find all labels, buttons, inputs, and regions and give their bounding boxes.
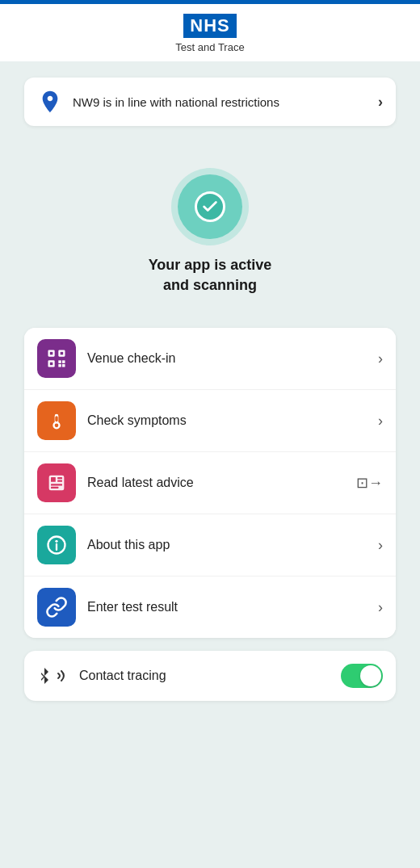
read-advice-label: Read latest advice xyxy=(87,476,356,490)
enter-test-result-label: Enter test result xyxy=(87,600,378,614)
news-icon xyxy=(45,472,68,494)
about-app-item[interactable]: About this app › xyxy=(24,514,396,577)
check-icon xyxy=(195,191,225,222)
contact-tracing-toggle[interactable] xyxy=(341,664,383,688)
qr-code-icon xyxy=(45,347,68,370)
venue-checkin-item[interactable]: Venue check-in › xyxy=(24,328,396,390)
svg-rect-14 xyxy=(57,477,62,479)
status-circle xyxy=(178,174,242,239)
svg-rect-3 xyxy=(61,352,64,355)
bluetooth-icon xyxy=(37,666,52,686)
svg-rect-5 xyxy=(50,363,53,366)
svg-rect-6 xyxy=(58,361,61,364)
check-symptoms-label: Check symptoms xyxy=(87,413,378,428)
nhs-subtitle: Test and Trace xyxy=(175,41,244,53)
svg-point-10 xyxy=(55,424,59,428)
svg-rect-8 xyxy=(58,364,61,367)
location-banner[interactable]: NW9 is in line with national restriction… xyxy=(24,78,396,126)
toggle-knob xyxy=(360,665,381,686)
contact-tracing-row[interactable]: Contact tracing xyxy=(24,651,396,701)
thermometer-icon xyxy=(45,409,68,432)
svg-rect-11 xyxy=(55,417,58,422)
external-link-icon: ⊡→ xyxy=(356,474,383,492)
read-advice-icon-box xyxy=(37,463,76,502)
bluetooth-icon-area xyxy=(37,666,68,686)
status-area: Your app is activeand scanning xyxy=(149,174,272,296)
about-app-label: About this app xyxy=(87,538,378,552)
contact-tracing-label: Contact tracing xyxy=(79,669,341,683)
svg-rect-9 xyxy=(62,364,65,367)
enter-test-result-arrow-icon: › xyxy=(378,599,383,616)
status-text: Your app is activeand scanning xyxy=(149,255,272,296)
about-app-icon-box xyxy=(37,526,76,564)
nhs-logo: NHS xyxy=(183,14,236,38)
venue-checkin-icon-box xyxy=(37,339,76,378)
svg-rect-13 xyxy=(51,477,56,482)
signal-waves-icon xyxy=(55,666,68,686)
about-app-arrow-icon: › xyxy=(378,537,383,554)
venue-checkin-arrow-icon: › xyxy=(378,350,383,367)
info-icon xyxy=(45,534,68,556)
check-symptoms-icon-box xyxy=(37,401,76,440)
link-icon xyxy=(45,596,68,619)
svg-rect-15 xyxy=(57,480,62,482)
location-pin-icon xyxy=(37,89,63,115)
enter-test-result-icon-box xyxy=(37,588,76,627)
menu-list: Venue check-in › Check symptoms › R xyxy=(24,328,396,638)
svg-rect-1 xyxy=(50,352,53,355)
enter-test-result-item[interactable]: Enter test result › xyxy=(24,577,396,638)
read-advice-item[interactable]: Read latest advice ⊡→ xyxy=(24,452,396,514)
svg-rect-17 xyxy=(51,487,58,489)
svg-point-21 xyxy=(56,540,58,543)
check-symptoms-arrow-icon: › xyxy=(378,413,383,430)
location-text: NW9 is in line with national restriction… xyxy=(73,95,378,109)
check-symptoms-item[interactable]: Check symptoms › xyxy=(24,390,396,452)
svg-rect-7 xyxy=(62,361,65,364)
svg-rect-16 xyxy=(51,484,62,486)
venue-checkin-label: Venue check-in xyxy=(87,351,378,366)
nhs-header: NHS Test and Trace xyxy=(0,4,420,61)
location-chevron-icon: › xyxy=(378,94,383,111)
